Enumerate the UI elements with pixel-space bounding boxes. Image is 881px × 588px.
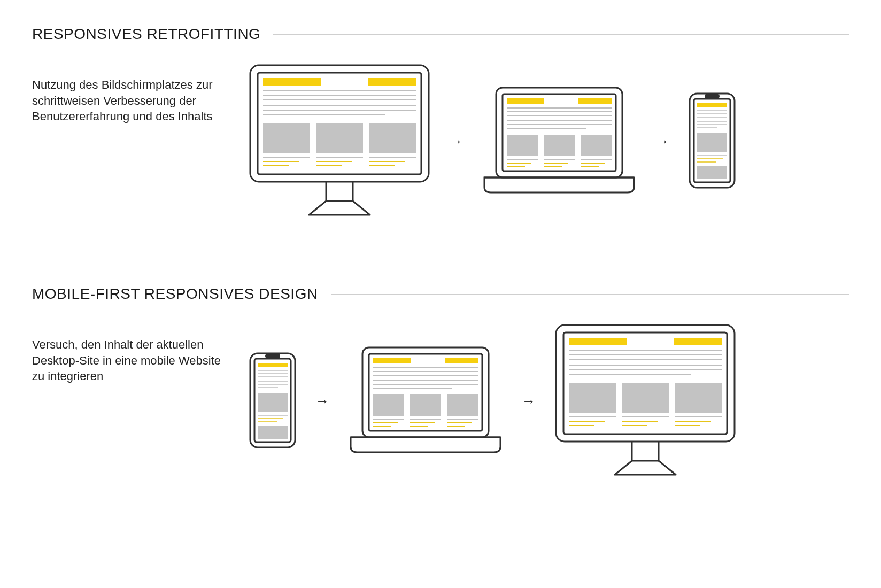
svg-rect-102 xyxy=(569,338,627,345)
svg-rect-60 xyxy=(697,166,727,179)
laptop-icon xyxy=(479,82,639,200)
svg-rect-56 xyxy=(697,133,727,152)
svg-rect-88 xyxy=(410,394,441,416)
svg-rect-11 xyxy=(263,123,310,153)
svg-rect-35 xyxy=(544,135,575,156)
section-mobile-first: MOBILE-FIRST RESPONSIVES DESIGN Versuch,… xyxy=(32,285,849,481)
diagram-retrofitting: → xyxy=(246,61,849,221)
svg-rect-27 xyxy=(578,98,612,104)
arrow-icon: → xyxy=(655,133,669,150)
section-title: MOBILE-FIRST RESPONSIVES DESIGN xyxy=(32,285,318,303)
header-rule xyxy=(331,294,849,295)
header-rule xyxy=(273,34,849,35)
svg-rect-87 xyxy=(373,394,404,416)
arrow-icon: → xyxy=(315,393,329,409)
svg-rect-48 xyxy=(705,94,720,99)
section-header: MOBILE-FIRST RESPONSIVES DESIGN xyxy=(32,285,849,303)
arrow-icon: → xyxy=(449,133,463,150)
section-body: Nutzung des Bildschirmplatzes zur schrit… xyxy=(32,77,849,221)
section-body: Versuch, den Inhalt der aktuellen Deskto… xyxy=(32,337,849,481)
arrow-icon: → xyxy=(522,393,536,409)
svg-rect-103 xyxy=(674,338,722,345)
svg-rect-12 xyxy=(316,123,363,153)
svg-rect-71 xyxy=(258,393,288,412)
svg-rect-49 xyxy=(697,103,727,107)
svg-rect-110 xyxy=(569,383,616,413)
svg-rect-34 xyxy=(507,135,538,156)
svg-rect-13 xyxy=(369,123,416,153)
svg-rect-75 xyxy=(258,426,288,439)
desktop-icon xyxy=(552,321,739,481)
svg-rect-79 xyxy=(373,358,411,363)
svg-rect-26 xyxy=(507,98,544,104)
svg-rect-36 xyxy=(581,135,612,156)
section-header: RESPONSIVES RETROFITTING xyxy=(32,26,849,43)
section-retrofitting: RESPONSIVES RETROFITTING Nutzung des Bil… xyxy=(32,26,849,221)
section-description: Versuch, den Inhalt der aktuellen Deskto… xyxy=(32,337,225,384)
laptop-icon xyxy=(345,342,506,460)
phone-icon xyxy=(246,350,299,452)
svg-rect-112 xyxy=(675,383,722,413)
phone-icon xyxy=(685,90,739,192)
section-title: RESPONSIVES RETROFITTING xyxy=(32,26,260,43)
svg-rect-80 xyxy=(445,358,478,363)
diagram-mobile-first: → xyxy=(246,321,849,481)
svg-rect-4 xyxy=(368,78,416,86)
svg-rect-64 xyxy=(258,363,288,367)
svg-rect-63 xyxy=(265,353,280,359)
section-description: Nutzung des Bildschirmplatzes zur schrit… xyxy=(32,77,225,125)
desktop-icon xyxy=(246,61,433,221)
svg-rect-3 xyxy=(263,78,321,86)
svg-rect-89 xyxy=(447,394,478,416)
svg-rect-111 xyxy=(622,383,669,413)
